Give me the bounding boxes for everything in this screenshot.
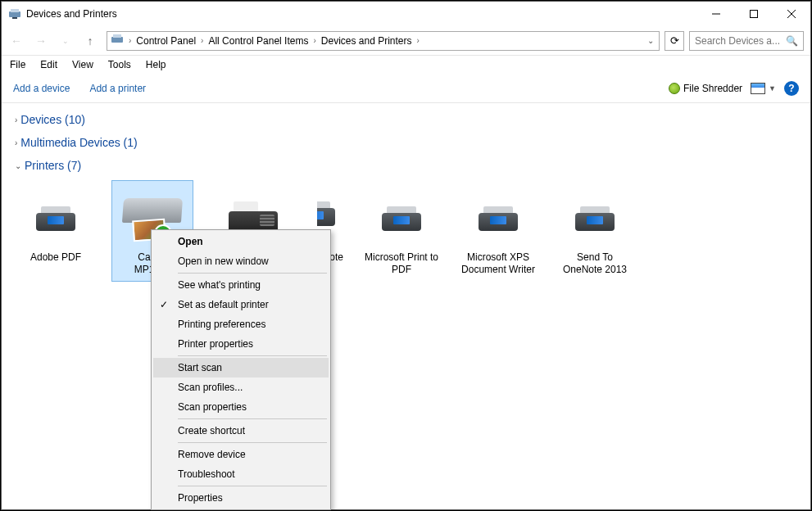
chevron-right-icon[interactable]: › <box>125 36 134 45</box>
menu-separator <box>178 486 327 486</box>
chevron-right-icon: › <box>15 138 17 147</box>
devices-printers-icon <box>111 33 124 48</box>
back-button[interactable]: ← <box>5 29 28 52</box>
address-dropdown[interactable]: ⌄ <box>642 36 659 45</box>
minimize-button[interactable] <box>697 2 735 26</box>
forward-button[interactable]: → <box>29 29 52 52</box>
menu-file[interactable]: File <box>7 57 29 72</box>
menu-edit[interactable]: Edit <box>37 57 61 72</box>
menu-item-open[interactable]: Open <box>153 232 329 251</box>
printer-context-menu: OpenOpen in new windowSee what's printin… <box>151 229 331 510</box>
group-devices[interactable]: › Devices (10) <box>10 108 802 131</box>
menu-separator <box>178 442 327 443</box>
menu-item-properties[interactable]: Properties <box>153 488 329 508</box>
up-button[interactable]: ↑ <box>79 29 102 52</box>
menu-item-set-as-default-printer[interactable]: ✓Set as default printer <box>153 295 329 314</box>
menu-item-create-shortcut[interactable]: Create shortcut <box>153 421 329 441</box>
printers-row: Adobe PDF ✓ CanonMP160 [ ote <box>10 177 802 285</box>
menu-separator <box>178 418 327 419</box>
breadcrumb[interactable]: Control Panel <box>134 35 197 47</box>
view-mode-button[interactable]: ▼ <box>751 83 776 94</box>
menu-view[interactable]: View <box>69 57 97 72</box>
search-placeholder: Search Devices a... <box>695 35 780 47</box>
devices-printers-icon <box>8 7 21 20</box>
devices-printers-window: Devices and Printers ← → ⌄ ↑ › Control P… <box>1 1 811 510</box>
add-printer-link[interactable]: Add a printer <box>89 83 146 94</box>
menu-item-open-in-new-window[interactable]: Open in new window <box>153 251 329 271</box>
menu-help[interactable]: Help <box>143 57 170 72</box>
printer-icon <box>317 193 342 233</box>
search-input[interactable]: Search Devices a... 🔍 <box>689 31 804 51</box>
printer-item-ms-xps[interactable]: Microsoft XPS Document Writer <box>457 180 539 282</box>
title-bar: Devices and Printers <box>2 2 810 26</box>
menu-item-see-what-s-printing[interactable]: See what's printing <box>153 275 329 295</box>
uac-shield-icon <box>158 400 171 414</box>
printer-item-ms-print-pdf[interactable]: Microsoft Print to PDF <box>361 180 442 282</box>
menu-item-start-scan[interactable]: Start scan <box>153 358 329 378</box>
close-button[interactable] <box>773 2 810 26</box>
chevron-right-icon[interactable]: › <box>310 36 319 45</box>
printer-icon <box>569 198 621 237</box>
breadcrumb-bar[interactable]: › Control Panel › All Control Panel Item… <box>107 31 660 51</box>
group-printers[interactable]: ⌄ Printers (7) <box>10 154 802 177</box>
group-multimedia[interactable]: › Multimedia Devices (1) <box>10 131 802 154</box>
menu-item-scan-properties[interactable]: Scan properties <box>153 397 329 417</box>
chevron-right-icon[interactable]: › <box>197 36 206 45</box>
chevron-down-icon: ⌄ <box>15 161 21 170</box>
printer-icon <box>29 198 82 237</box>
svg-rect-1 <box>11 9 19 12</box>
content-area: › Devices (10) › Multimedia Devices (1) … <box>2 103 810 509</box>
view-mode-icon <box>751 83 765 94</box>
add-device-link[interactable]: Add a device <box>13 83 70 94</box>
svg-rect-4 <box>751 11 758 18</box>
svg-rect-0 <box>9 11 20 17</box>
check-icon: ✓ <box>160 299 168 310</box>
menu-tools[interactable]: Tools <box>105 57 134 72</box>
uac-shield-icon <box>158 448 171 461</box>
breadcrumb[interactable]: All Control Panel Items <box>206 35 310 47</box>
help-icon: ? <box>784 81 799 96</box>
chevron-right-icon[interactable]: › <box>414 36 423 45</box>
recent-locations-button[interactable]: ⌄ <box>54 29 77 52</box>
breadcrumb[interactable]: Devices and Printers <box>320 35 414 47</box>
refresh-button[interactable]: ⟳ <box>665 31 684 51</box>
svg-rect-7 <box>111 37 123 43</box>
help-button[interactable]: ? <box>784 81 799 96</box>
printer-icon <box>472 198 524 237</box>
printer-item-adobe-pdf[interactable]: Adobe PDF <box>15 180 97 282</box>
shredder-icon <box>669 83 680 94</box>
maximize-button[interactable] <box>735 2 773 26</box>
printer-item-onenote[interactable]: Send To OneNote 2013 <box>554 180 636 282</box>
menu-item-remove-device[interactable]: Remove device <box>153 445 329 464</box>
command-bar: Add a device Add a printer File Shredder… <box>2 74 810 103</box>
search-icon: 🔍 <box>786 35 798 47</box>
window-title: Devices and Printers <box>26 8 117 20</box>
menu-bar: File Edit View Tools Help <box>2 56 810 74</box>
menu-separator <box>178 355 327 356</box>
printer-icon <box>375 198 428 237</box>
chevron-down-icon: ▼ <box>769 84 776 93</box>
menu-item-troubleshoot[interactable]: Troubleshoot <box>153 464 329 484</box>
menu-item-printer-properties[interactable]: Printer properties <box>153 334 329 354</box>
file-shredder-button[interactable]: File Shredder <box>669 83 742 94</box>
menu-separator <box>178 273 327 274</box>
menu-item-scan-profiles[interactable]: Scan profiles... <box>153 378 329 397</box>
menu-item-printing-preferences[interactable]: Printing preferences <box>153 314 329 334</box>
chevron-right-icon: › <box>15 115 17 124</box>
svg-rect-2 <box>12 17 17 19</box>
svg-rect-8 <box>113 34 121 38</box>
address-bar-row: ← → ⌄ ↑ › Control Panel › All Control Pa… <box>2 26 810 56</box>
